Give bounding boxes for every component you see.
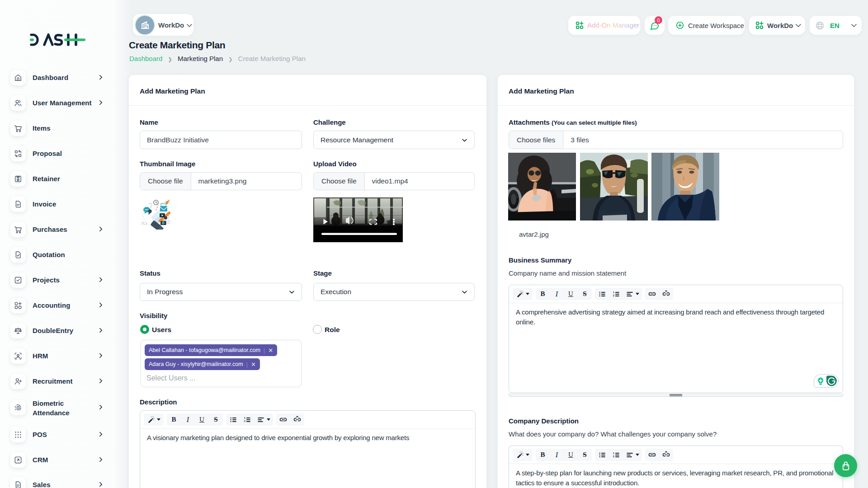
svg-text:2: 2 (244, 420, 245, 422)
svg-text:1: 1 (613, 291, 614, 293)
svg-text:Aa: Aa (141, 221, 148, 226)
svg-text:1: 1 (244, 416, 245, 419)
svg-text:2: 2 (613, 294, 614, 297)
svg-text:1: 1 (613, 451, 614, 454)
svg-text:2: 2 (613, 455, 614, 458)
